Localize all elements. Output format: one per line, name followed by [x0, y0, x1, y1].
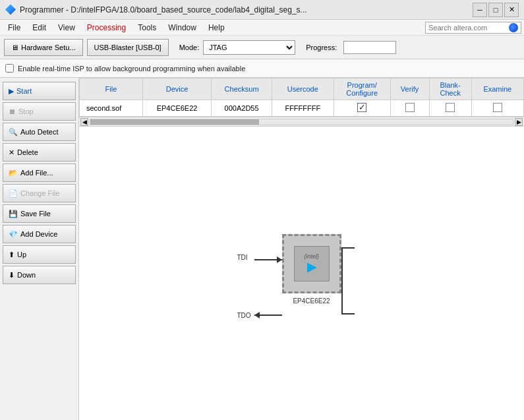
- title-bar-controls: ─ □ ✕: [473, 3, 519, 17]
- cell-file: second.sof: [80, 100, 143, 117]
- main-area: ▶ Start ⏹ Stop 🔍 Auto Detect ✕ Delete 📂 …: [0, 78, 524, 420]
- menu-edit[interactable]: Edit: [27, 22, 51, 34]
- maximize-button[interactable]: □: [488, 3, 503, 17]
- chip-box: (intel) ▶: [282, 234, 341, 293]
- cell-checksum: 000A2D55: [212, 100, 272, 117]
- isp-label: Enable real-time ISP to allow background…: [18, 65, 245, 73]
- title-bar-text: Programmer - D:/intelFPGA/18.0/board_bas…: [20, 5, 473, 15]
- close-button[interactable]: ✕: [504, 3, 519, 17]
- start-icon: ▶: [9, 87, 14, 96]
- search-box[interactable]: [425, 22, 521, 34]
- horizontal-scrollbar[interactable]: ◀ ▶: [79, 117, 524, 127]
- save-icon: 💾: [9, 210, 18, 218]
- program-table-container: File Device Checksum Usercode Program/Co…: [79, 78, 524, 117]
- usb-blaster-button[interactable]: USB-Blaster [USB-0]: [87, 39, 169, 56]
- detect-icon: 🔍: [9, 128, 18, 136]
- menu-processing[interactable]: Processing: [82, 22, 131, 34]
- program-checkbox[interactable]: [357, 103, 366, 112]
- up-button[interactable]: ⬆ Up: [3, 245, 76, 264]
- col-verify: Verify: [390, 78, 429, 100]
- save-file-button[interactable]: 💾 Save File: [3, 204, 76, 223]
- cell-program[interactable]: [334, 100, 390, 117]
- blank-check-checkbox[interactable]: [446, 103, 455, 112]
- diagram-area: TDI (intel) ▶ EP4CE6E22 TDO: [79, 127, 524, 420]
- examine-checkbox[interactable]: [493, 103, 502, 112]
- isp-row: Enable real-time ISP to allow background…: [0, 59, 524, 78]
- right-line-top: [341, 247, 355, 249]
- stop-icon: ⏹: [9, 107, 16, 115]
- menu-tools[interactable]: Tools: [132, 22, 161, 34]
- globe-icon: [509, 23, 518, 32]
- add-device-button[interactable]: 💎 Add Device: [3, 225, 76, 243]
- search-input[interactable]: [428, 24, 508, 32]
- sidebar: ▶ Start ⏹ Stop 🔍 Auto Detect ✕ Delete 📂 …: [0, 78, 79, 420]
- cell-examine[interactable]: [471, 100, 523, 117]
- cell-usercode: FFFFFFFF: [272, 100, 334, 117]
- up-icon: ⬆: [9, 251, 15, 259]
- menu-file[interactable]: File: [3, 22, 26, 34]
- scroll-track[interactable]: [90, 119, 513, 125]
- cell-blank-check[interactable]: [429, 100, 471, 117]
- scroll-right-arrow[interactable]: ▶: [515, 118, 523, 126]
- change-file-button[interactable]: 📄 Change File: [3, 184, 76, 202]
- cell-verify[interactable]: [390, 100, 429, 117]
- tdo-label: TDO: [237, 312, 251, 319]
- start-button[interactable]: ▶ Start: [3, 82, 76, 100]
- title-bar: Programmer - D:/intelFPGA/18.0/board_bas…: [0, 0, 524, 20]
- add-file-icon: 📂: [9, 169, 18, 177]
- right-line: [341, 247, 343, 313]
- isp-checkbox[interactable]: [5, 64, 14, 73]
- menu-help[interactable]: Help: [203, 22, 230, 34]
- delete-button[interactable]: ✕ Delete: [3, 143, 76, 162]
- chip-inner: (intel) ▶: [294, 246, 330, 282]
- col-device: Device: [142, 78, 212, 100]
- add-file-button[interactable]: 📂 Add File...: [3, 164, 76, 182]
- down-icon: ⬇: [9, 271, 15, 280]
- col-usercode: Usercode: [272, 78, 334, 100]
- hardware-icon: 🖥: [11, 44, 18, 51]
- chip-name-label: EP4CE6E22: [282, 297, 341, 305]
- menu-bar: File Edit View Processing Tools Window H…: [0, 20, 524, 36]
- right-line-bot: [341, 313, 355, 315]
- table-row: second.sof EP4CE6E22 000A2D55 FFFFFFFF: [80, 100, 524, 117]
- program-table: File Device Checksum Usercode Program/Co…: [79, 78, 524, 117]
- content-area: File Device Checksum Usercode Program/Co…: [79, 78, 524, 420]
- down-button[interactable]: ⬇ Down: [3, 266, 76, 284]
- col-blank-check: Blank-Check: [429, 78, 471, 100]
- tdo-arrow: [254, 315, 282, 316]
- hardware-setup-button[interactable]: 🖥 Hardware Setu...: [4, 39, 83, 56]
- menu-window[interactable]: Window: [163, 22, 202, 34]
- col-file: File: [80, 78, 143, 100]
- tdi-label: TDI: [237, 254, 248, 261]
- mode-select[interactable]: JTAG: [203, 40, 295, 55]
- mode-label: Mode:: [179, 44, 200, 51]
- toolbar: 🖥 Hardware Setu... USB-Blaster [USB-0] M…: [0, 36, 524, 59]
- app-icon: [5, 5, 16, 15]
- cell-device: EP4CE6E22: [142, 100, 212, 117]
- col-checksum: Checksum: [212, 78, 272, 100]
- col-examine: Examine: [471, 78, 523, 100]
- progress-bar: [343, 41, 396, 54]
- verify-checkbox[interactable]: [405, 103, 415, 112]
- change-file-icon: 📄: [9, 189, 18, 198]
- stop-button[interactable]: ⏹ Stop: [3, 102, 76, 121]
- play-icon: ▶: [307, 260, 316, 274]
- menu-view[interactable]: View: [53, 22, 80, 34]
- col-program: Program/Configure: [334, 78, 390, 100]
- intel-label: (intel): [304, 253, 319, 260]
- add-device-icon: 💎: [9, 230, 18, 239]
- tdi-arrow: [254, 259, 282, 260]
- auto-detect-button[interactable]: 🔍 Auto Detect: [3, 123, 76, 141]
- scroll-left-arrow[interactable]: ◀: [80, 118, 88, 126]
- delete-icon: ✕: [9, 148, 15, 157]
- minimize-button[interactable]: ─: [473, 3, 487, 17]
- scroll-thumb[interactable]: [90, 119, 259, 125]
- fpga-diagram: TDI (intel) ▶ EP4CE6E22 TDO: [229, 214, 374, 333]
- progress-label: Progress:: [306, 44, 337, 51]
